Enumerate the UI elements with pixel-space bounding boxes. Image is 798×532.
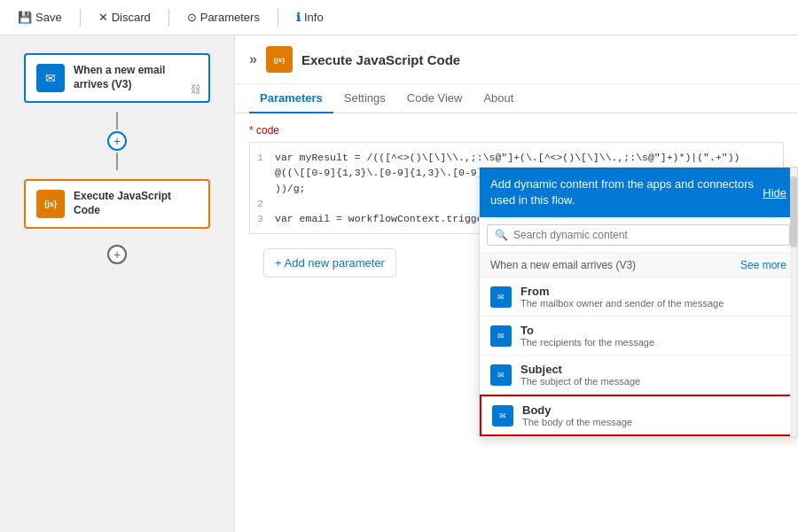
- tab-bar: Parameters Settings Code View About: [235, 84, 798, 113]
- scroll-thumb[interactable]: [790, 176, 797, 247]
- body-icon: ✉: [492, 405, 513, 426]
- js-code-icon: {js}: [36, 190, 65, 218]
- to-icon: ✉: [490, 325, 512, 347]
- js-code-title: Execute JavaScript Code: [74, 190, 198, 217]
- subject-desc: The subject of the message: [520, 376, 640, 387]
- tab-codeview[interactable]: Code View: [396, 84, 473, 113]
- from-title: From: [520, 285, 724, 298]
- info-label: Info: [304, 11, 324, 24]
- connector-line2: [116, 153, 118, 170]
- dynamic-header-text: Add dynamic content from the apps and co…: [490, 176, 763, 208]
- right-header-title: Execute JavaScript Code: [301, 52, 460, 67]
- add-param-label: + Add new parameter: [275, 256, 385, 270]
- dynamic-search: 🔍: [480, 217, 797, 254]
- info-icon: ℹ: [296, 11, 301, 24]
- body-desc: The body of the message: [522, 417, 632, 427]
- subject-title: Subject: [520, 363, 640, 376]
- parameters-label: Parameters: [200, 11, 260, 24]
- left-panel: ✉ When a new email arrives (V3) ⛓ + {js}…: [0, 35, 235, 532]
- toolbar: 💾 Save ✕ Discard ⊙ Parameters ℹ Info: [0, 0, 798, 35]
- code-line-1: 1 var myResult = /(([^<>()\[\]\\.,;:\s@"…: [257, 150, 776, 165]
- to-desc: The recipients for the message: [520, 337, 654, 348]
- parameters-icon: ⊙: [187, 11, 197, 24]
- subject-icon: ✉: [490, 364, 512, 386]
- dynamic-items-list: ✉ From The mailbox owner and sender of t…: [480, 278, 797, 436]
- see-more-link[interactable]: See more: [740, 259, 786, 271]
- add-parameter-button[interactable]: + Add new parameter: [263, 248, 396, 278]
- main-layout: ✉ When a new email arrives (V3) ⛓ + {js}…: [0, 35, 798, 532]
- scrollbar[interactable]: [790, 168, 797, 436]
- connector1: +: [107, 112, 127, 170]
- email-trigger-node[interactable]: ✉ When a new email arrives (V3) ⛓: [24, 53, 210, 103]
- from-icon: ✉: [490, 286, 512, 308]
- search-icon: 🔍: [495, 229, 508, 241]
- section-title: When a new email arrives (V3): [490, 259, 636, 271]
- section-header: When a new email arrives (V3) See more: [480, 254, 797, 278]
- tab-about[interactable]: About: [473, 84, 524, 113]
- tab-parameters[interactable]: Parameters: [249, 84, 333, 113]
- email-trigger-title: When a new email arrives (V3): [74, 64, 198, 91]
- separator: [80, 9, 81, 27]
- body-title: Body: [522, 403, 632, 417]
- right-panel: » {js} Execute JavaScript Code Parameter…: [235, 35, 798, 532]
- dynamic-item-to[interactable]: ✉ To The recipients for the message: [480, 317, 797, 356]
- save-label: Save: [35, 11, 62, 24]
- parameters-button[interactable]: ⊙ Parameters: [184, 9, 263, 26]
- dynamic-item-from[interactable]: ✉ From The mailbox owner and sender of t…: [480, 278, 797, 317]
- hide-button[interactable]: Hide: [763, 186, 786, 200]
- expand-icon[interactable]: »: [249, 51, 257, 67]
- email-trigger-icon: ✉: [36, 64, 65, 92]
- code-label: * code: [249, 124, 784, 137]
- to-title: To: [520, 324, 654, 337]
- connector-line1: [116, 112, 118, 129]
- link-icon: ⛓: [191, 83, 201, 96]
- dynamic-content-panel: Add dynamic content from the apps and co…: [479, 167, 798, 437]
- info-button[interactable]: ℹ Info: [293, 9, 327, 26]
- discard-icon: ✕: [98, 11, 108, 24]
- add-step-button[interactable]: +: [107, 245, 127, 264]
- search-box: 🔍: [487, 224, 790, 246]
- add-step-circle[interactable]: +: [107, 131, 127, 151]
- discard-button[interactable]: ✕ Discard: [95, 9, 154, 26]
- dynamic-item-body[interactable]: ✉ Body The body of the message: [480, 395, 797, 436]
- from-desc: The mailbox owner and sender of the mess…: [520, 298, 724, 309]
- right-header: » {js} Execute JavaScript Code: [235, 35, 798, 84]
- node-badge: {js}: [266, 46, 293, 73]
- tab-settings[interactable]: Settings: [333, 84, 396, 113]
- separator3: [278, 9, 278, 27]
- dynamic-item-subject[interactable]: ✉ Subject The subject of the message: [480, 356, 797, 395]
- save-icon: 💾: [18, 11, 32, 24]
- search-input[interactable]: [513, 229, 782, 241]
- save-button[interactable]: 💾 Save: [14, 9, 66, 26]
- js-code-node[interactable]: {js} Execute JavaScript Code: [24, 179, 210, 229]
- separator2: [168, 9, 169, 27]
- dynamic-header: Add dynamic content from the apps and co…: [480, 168, 797, 217]
- discard-label: Discard: [112, 11, 151, 24]
